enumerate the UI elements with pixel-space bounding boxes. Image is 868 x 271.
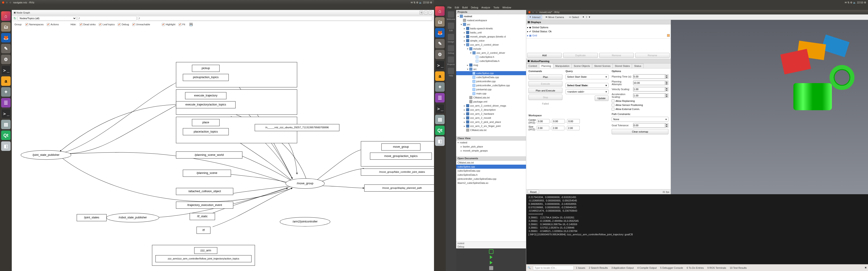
window-min-icon[interactable] <box>5 1 8 4</box>
firefox-icon[interactable]: 🦊 <box>1 33 11 42</box>
mode-debug[interactable]: Debug <box>446 45 456 54</box>
debug-play-icon[interactable] <box>490 261 493 265</box>
qt-icon[interactable]: Qt <box>1 131 11 140</box>
clear-octomap-button[interactable]: Clear octomap <box>612 129 669 134</box>
window-max-icon[interactable] <box>535 11 538 13</box>
class-item[interactable]: ▸moveit_simple_grasps <box>456 148 526 153</box>
tree-item[interactable]: cubicSpline.cpp <box>456 71 526 75</box>
status-item[interactable]: 5 Debugger Console <box>660 267 683 269</box>
status-item[interactable]: 10 Test Results <box>730 267 747 269</box>
open-doc[interactable]: libarm2_cubicSplineData.so <box>456 181 526 185</box>
highlight-checkbox[interactable]: ✔Highlight <box>162 23 176 26</box>
menu-build[interactable]: Build <box>462 6 468 9</box>
tree-item[interactable]: ▸baidu-speech-kinetic <box>456 26 526 31</box>
open-doc[interactable]: cubicSpline.cpp <box>456 165 526 169</box>
files-icon[interactable]: 🗂 <box>435 17 445 27</box>
global-status-row[interactable]: ▸ ✔Global Status: Ok <box>527 29 670 33</box>
tab-manipulation[interactable]: Manipulation <box>553 64 572 68</box>
tree-item[interactable]: rostest.workspace <box>456 18 526 22</box>
tree-item[interactable]: ▾zzz_arm_2_control_driver <box>456 43 526 47</box>
tab-stored-states[interactable]: Stored States <box>613 64 632 68</box>
tree-item[interactable]: cubicSpline.h <box>456 55 526 59</box>
app-icon[interactable]: ✦ <box>1 87 11 97</box>
rviz-3d-view[interactable] <box>671 20 868 194</box>
app-icon[interactable]: ◧ <box>435 136 445 146</box>
tree-item[interactable]: jointcontroller_cubicSpline.cpp <box>456 83 526 88</box>
window-max-icon[interactable] <box>9 1 12 4</box>
close-panel-icon[interactable]: ✖ <box>865 266 867 269</box>
mode-edit[interactable]: Edit <box>446 23 456 32</box>
build-variant[interactable]: rostest Debug <box>456 241 526 248</box>
tree-item[interactable]: jointserial.cpp <box>456 88 526 92</box>
filter-input-1[interactable] <box>78 16 136 21</box>
tab-status[interactable]: Status <box>632 64 643 68</box>
select-start-dropdown[interactable]: Select Start State:▾ <box>565 74 609 79</box>
tree-item[interactable]: jointcontroller.cpp <box>456 79 526 83</box>
status-item[interactable]: 6 To-Do Entries <box>687 267 704 269</box>
unreachable-checkbox[interactable]: ✔Unreachable <box>132 23 150 26</box>
menu-window[interactable]: Window <box>502 6 511 9</box>
goal-value-dropdown[interactable]: <random valid>▾ <box>565 89 609 94</box>
global-options-row[interactable]: ▸ ◆Global Options <box>527 25 670 29</box>
app-icon[interactable]: ☰ <box>1 98 11 107</box>
plan-and-execute-button[interactable]: Plan and Execute <box>528 88 562 93</box>
tree-item[interactable]: ▸zzz_arm_2_moveit <box>456 116 526 120</box>
tab-stored-scenes[interactable]: Stored Scenes <box>592 64 613 68</box>
app-icon[interactable]: ✎ <box>1 44 11 53</box>
open-doc[interactable]: CMakeLists.txt <box>456 161 526 165</box>
locator-input[interactable]: Type to locate (Ctr... <box>533 266 574 270</box>
debug-checkbox[interactable]: ✔Debug <box>118 23 129 26</box>
status-item[interactable]: 9 ROS Terminals <box>707 267 726 269</box>
node-graph-canvas[interactable]: /joint_state_publisher /joint_states /ro… <box>12 28 434 271</box>
size-y-input[interactable] <box>552 126 564 130</box>
planning-attempts-input[interactable] <box>633 80 665 85</box>
tree-item[interactable]: ▸simple_voice <box>456 39 526 43</box>
tree-item[interactable]: ▸zzz_arm_2_hardware <box>456 112 526 116</box>
app-icon[interactable]: ⚙ <box>1 55 11 64</box>
open-doc[interactable]: cubicSplineData.cpp <box>456 169 526 173</box>
dropdown-icon[interactable]: ▾ <box>589 15 590 19</box>
allow-external-checkbox[interactable]: Allow External Comm. <box>612 108 669 110</box>
open-docs-list[interactable]: CMakeLists.txtcubicSpline.cppcubicSpline… <box>456 161 526 241</box>
menu-tools[interactable]: Tools <box>493 6 499 9</box>
select-button[interactable]: ▭ Select <box>567 15 581 19</box>
app-icon[interactable]: ✦ <box>435 82 445 92</box>
dash-icon[interactable]: ⌂ <box>1 11 11 21</box>
namespaces-checkbox[interactable]: ✔Namespaces <box>25 23 43 26</box>
select-goal-dropdown[interactable]: Select Goal State:▾ <box>565 83 609 88</box>
amazon-icon[interactable]: a <box>1 76 11 86</box>
tree-item[interactable]: ▸zzz_arm_2_srv_finger_joint <box>456 124 526 128</box>
tree-item[interactable]: ▸moveit_simple_grasps (kinetic-d <box>456 35 526 39</box>
dash-icon[interactable]: ⌂ <box>435 6 445 16</box>
terminal-panel[interactable]: 2.217941834, 0.000000000, -0.933261491 -… <box>526 194 868 271</box>
mode-projects[interactable]: Projects <box>446 57 456 66</box>
firefox-icon[interactable]: 🦊 <box>435 28 445 37</box>
status-item[interactable]: 2 Search Results <box>589 267 608 269</box>
mode-welcome[interactable]: Welcome <box>446 11 456 20</box>
update-button[interactable]: Update <box>595 96 609 101</box>
tree-item[interactable]: main.cpp <box>456 92 526 96</box>
class-item[interactable]: ▸baxter_pick_place <box>456 144 526 148</box>
run-icon[interactable] <box>489 249 493 254</box>
accel-scaling-input[interactable] <box>633 93 665 98</box>
app-icon[interactable]: ▤ <box>1 120 11 129</box>
allow-replanning-checkbox[interactable]: Allow Replanning <box>612 100 669 102</box>
tree-item[interactable]: cubicSplineData.cpp <box>456 75 526 79</box>
interact-button[interactable]: ✦ Interact <box>528 15 542 19</box>
add-button[interactable]: Add <box>527 53 562 58</box>
terminal-icon[interactable]: ＞_ <box>1 66 11 75</box>
minus-icon[interactable]: − <box>429 11 432 14</box>
window-close-icon[interactable] <box>2 1 4 4</box>
menu-analyze[interactable]: Analyze <box>482 6 490 9</box>
tree-item[interactable]: cubicSplineData.h <box>456 59 526 63</box>
terminal-icon[interactable]: ＞_ <box>435 104 445 113</box>
tree-item[interactable]: ▾zzz_arm_2_control_driver <box>456 51 526 55</box>
planning-time-input[interactable] <box>633 74 665 79</box>
new-window-icon[interactable]: ⧉ <box>420 11 423 14</box>
filter-input-2[interactable] <box>138 16 432 21</box>
tree-item[interactable]: ▾src <box>456 67 526 71</box>
tab-planning[interactable]: Planning <box>539 64 553 68</box>
window-close-icon[interactable] <box>528 11 531 13</box>
tree-item[interactable]: ▸zzz_arm_2_control_driver_msgs <box>456 104 526 108</box>
fit-checkbox[interactable]: ✔Fit <box>179 23 185 26</box>
